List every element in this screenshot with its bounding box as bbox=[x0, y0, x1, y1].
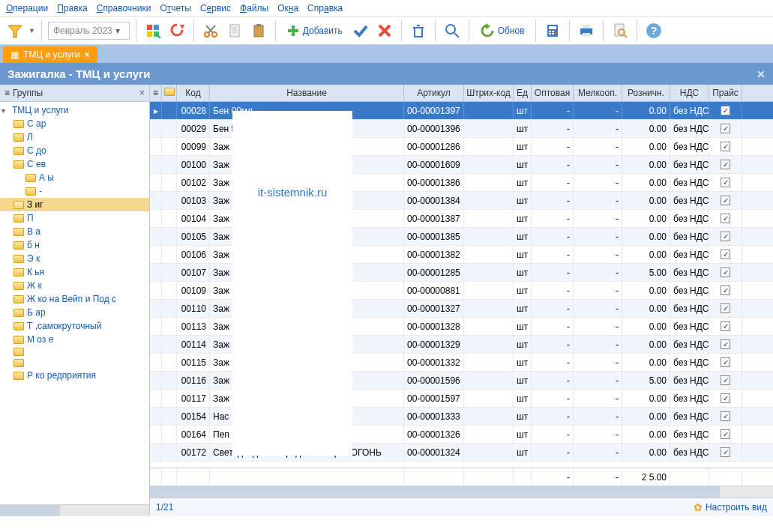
menu-icon[interactable]: ≡ bbox=[4, 88, 10, 98]
menu-help[interactable]: Справка bbox=[307, 3, 343, 13]
search-button[interactable] bbox=[442, 20, 463, 41]
col-barcode[interactable]: Штрих-код bbox=[464, 85, 514, 101]
col-mel[interactable]: Мелкооп. bbox=[574, 85, 622, 101]
cell-price[interactable]: ✓ bbox=[709, 246, 742, 263]
tree-item[interactable]: А ы bbox=[0, 171, 149, 184]
menu-reports[interactable]: Отчеты bbox=[160, 3, 191, 13]
menu-operations[interactable]: Операции bbox=[6, 3, 48, 13]
tree-item[interactable]: С ар bbox=[0, 117, 149, 130]
total-opt: - bbox=[532, 468, 574, 486]
cell-price[interactable]: ✓ bbox=[709, 282, 742, 299]
cell-price[interactable]: ✓ bbox=[709, 138, 742, 155]
menu-edit[interactable]: Правка bbox=[57, 3, 88, 13]
cell-price[interactable]: ✓ bbox=[709, 174, 742, 191]
btn-group-2[interactable] bbox=[166, 20, 187, 41]
col-code[interactable]: Код bbox=[177, 85, 210, 101]
cell-unit: шт bbox=[514, 282, 532, 299]
tree-item[interactable]: Т ,самокруточный bbox=[0, 319, 149, 333]
tree-item[interactable]: З иг bbox=[0, 198, 149, 211]
col-unit[interactable]: Ед bbox=[514, 85, 532, 101]
window-close-icon[interactable]: ✕ bbox=[757, 68, 766, 80]
cell-price[interactable]: ✓ bbox=[709, 156, 742, 173]
cell-price[interactable]: ✓ bbox=[709, 426, 742, 443]
folder-icon bbox=[13, 241, 24, 250]
tab-close-icon[interactable]: × bbox=[85, 49, 90, 60]
help-button[interactable]: ? bbox=[643, 20, 664, 41]
cut-button[interactable] bbox=[200, 20, 221, 41]
tree-item[interactable]: Л bbox=[0, 130, 149, 144]
cell-price[interactable]: ✓ bbox=[709, 228, 742, 245]
tree-item[interactable]: Р ко редприятия bbox=[0, 369, 149, 382]
cell-price[interactable]: ✓ bbox=[709, 354, 742, 371]
menu-refs[interactable]: Справочники bbox=[97, 3, 151, 13]
svg-rect-30 bbox=[549, 33, 551, 34]
col-vat[interactable]: НДС bbox=[670, 85, 709, 101]
tree-item[interactable] bbox=[0, 357, 149, 369]
tree-item[interactable]: П bbox=[0, 211, 149, 225]
sidebar-hscroll[interactable] bbox=[0, 504, 149, 516]
tree-item[interactable]: М оз е bbox=[0, 333, 149, 346]
cell-price[interactable]: ✓ bbox=[709, 192, 742, 209]
tree-item[interactable]: Ж к bbox=[0, 279, 149, 292]
menu-service[interactable]: Сервис bbox=[200, 3, 231, 13]
col-folder[interactable] bbox=[162, 85, 177, 101]
copy-button[interactable] bbox=[224, 20, 245, 41]
calc-button[interactable] bbox=[542, 20, 563, 41]
cell-price[interactable]: ✓ bbox=[709, 102, 742, 119]
cell-price[interactable]: ✓ bbox=[709, 318, 742, 335]
col-menu[interactable]: ≡ bbox=[150, 85, 162, 101]
grid-hscroll[interactable] bbox=[150, 486, 773, 498]
cell-barcode bbox=[464, 444, 514, 461]
col-name[interactable]: Название bbox=[210, 85, 404, 101]
cell-price[interactable]: ✓ bbox=[709, 408, 742, 425]
tree-item-label: Э к bbox=[27, 253, 40, 264]
tree-item[interactable]: б н bbox=[0, 238, 149, 252]
col-opt[interactable]: Оптовая bbox=[532, 85, 574, 101]
menu-windows[interactable]: Окна bbox=[277, 3, 298, 13]
cell-vat: без НДС bbox=[670, 264, 709, 281]
menu-files[interactable]: Файлы bbox=[240, 3, 268, 13]
add-button[interactable]: Добавить bbox=[282, 20, 347, 41]
dropdown-icon[interactable]: ▼ bbox=[28, 27, 35, 34]
confirm-button[interactable] bbox=[350, 20, 371, 41]
trash-button[interactable] bbox=[408, 20, 429, 41]
cell-opt: - bbox=[532, 372, 574, 389]
filter-button[interactable] bbox=[4, 20, 25, 41]
period-selector[interactable]: Февраль 2023 ▾ bbox=[48, 22, 130, 40]
tree-item[interactable]: К ья bbox=[0, 265, 149, 279]
tree-root[interactable]: ▾ ТМЦ и услуги bbox=[0, 103, 149, 117]
paste-button[interactable] bbox=[248, 20, 269, 41]
print-button[interactable] bbox=[576, 20, 597, 41]
cell-price[interactable]: ✓ bbox=[709, 372, 742, 389]
refresh-button[interactable]: Обнов bbox=[475, 20, 529, 41]
tree-item[interactable]: Ж ко на Вейп и Под с bbox=[0, 292, 149, 306]
tree-item[interactable]: Б ар bbox=[0, 306, 149, 319]
cell-price[interactable]: ✓ bbox=[709, 210, 742, 227]
cell-price[interactable]: ✓ bbox=[709, 300, 742, 317]
col-roz[interactable]: Розничн. bbox=[622, 85, 670, 101]
tab-tmc[interactable]: ▦ ТМЦ и услуги × bbox=[3, 46, 97, 63]
cell-unit: шт bbox=[514, 192, 532, 209]
tree-item[interactable]: С ев bbox=[0, 157, 149, 171]
tree-item[interactable]: Э к bbox=[0, 252, 149, 265]
col-art[interactable]: Артикул bbox=[404, 85, 464, 101]
btn-group-1[interactable] bbox=[142, 20, 163, 41]
tree-item-label: С до bbox=[27, 145, 46, 156]
delete-button[interactable] bbox=[374, 20, 395, 41]
svg-rect-34 bbox=[583, 25, 590, 28]
tree-item[interactable] bbox=[0, 346, 149, 357]
tree-item[interactable]: В а bbox=[0, 225, 149, 238]
configure-view-button[interactable]: ✿ Настроить вид bbox=[694, 501, 767, 513]
tree-item[interactable]: - bbox=[0, 184, 149, 198]
preview-button[interactable] bbox=[610, 20, 631, 41]
cell-price[interactable]: ✓ bbox=[709, 120, 742, 137]
sidebar-close-icon[interactable]: × bbox=[139, 88, 145, 98]
col-price[interactable]: Прайс bbox=[709, 85, 742, 101]
tree-item[interactable]: С до bbox=[0, 144, 149, 157]
cell-price[interactable]: ✓ bbox=[709, 264, 742, 281]
cell-price[interactable]: ✓ bbox=[709, 336, 742, 353]
cell-price[interactable]: ✓ bbox=[709, 390, 742, 407]
collapse-icon[interactable]: ▾ bbox=[1, 106, 9, 115]
cell-price[interactable]: ✓ bbox=[709, 444, 742, 461]
sidebar: ≡Группы × ▾ ТМЦ и услуги С арЛС доС евА … bbox=[0, 85, 150, 516]
